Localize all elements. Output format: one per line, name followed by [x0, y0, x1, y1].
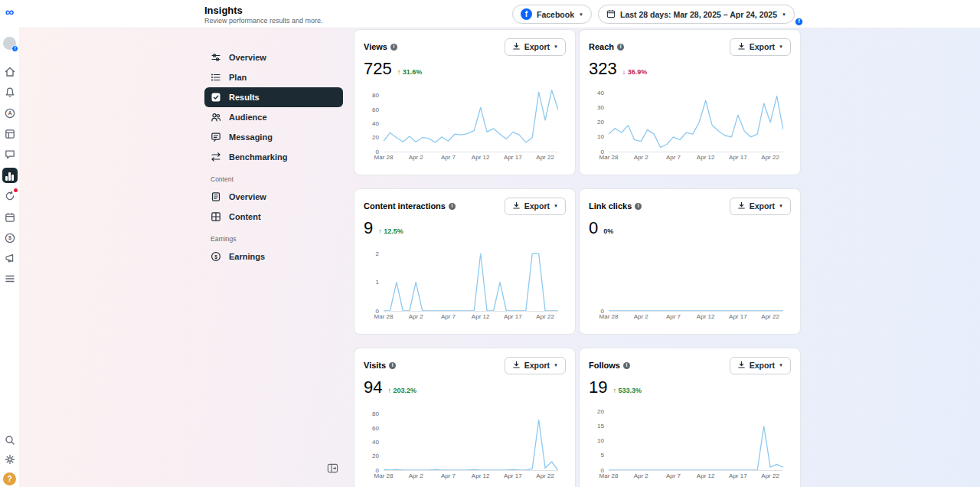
search-icon[interactable]	[4, 434, 16, 446]
content-loop-icon[interactable]	[4, 190, 16, 202]
info-icon[interactable]: i	[617, 44, 624, 51]
metric-card: Link clicks i Export ▼ 0 0% 0 Mar 28Apr …	[579, 188, 801, 335]
x-tick-label: Apr 17	[729, 154, 747, 161]
home-icon[interactable]	[4, 66, 16, 78]
metric-value: 725	[364, 59, 392, 79]
sidebar-item-label: Benchmarking	[229, 152, 287, 162]
facebook-selector-button[interactable]: f Facebook ▼	[512, 5, 592, 24]
x-tick-label: Apr 17	[504, 154, 522, 161]
metric-value: 9	[364, 218, 373, 238]
chart-plot	[384, 246, 558, 312]
export-button[interactable]: Export ▼	[505, 357, 566, 374]
export-label: Export	[524, 42, 550, 51]
y-tick-label: 15	[597, 423, 604, 430]
messaging-icon	[211, 132, 221, 142]
insights-page: { "topbar": { "title": "Insights", "subt…	[0, 0, 980, 487]
card-title-text: Link clicks	[589, 201, 632, 211]
metric-delta: ↑ 31.6%	[397, 68, 423, 76]
sidebar-item-content-overview[interactable]: Overview	[204, 187, 343, 207]
ads-manager-icon[interactable]: A	[4, 107, 16, 119]
page-title: Insights	[204, 5, 243, 16]
sidebar-item-audience[interactable]: Audience	[204, 107, 343, 127]
sidebar-item-label: Messaging	[229, 132, 273, 142]
info-icon[interactable]: i	[635, 203, 642, 210]
chart-plot	[384, 405, 558, 471]
promotions-megaphone-icon[interactable]	[4, 252, 16, 264]
catalog-grid-icon[interactable]	[4, 128, 16, 140]
card-title-text: Follows	[589, 361, 620, 370]
top-bar-controls: f Facebook ▼ Last 28 days: Mar 28, 2025 …	[536, 5, 801, 24]
metric-value: 0	[589, 218, 598, 238]
sidebar-item-results[interactable]: Results	[204, 87, 343, 107]
x-tick-label: Apr 17	[504, 313, 522, 320]
export-button[interactable]: Export ▼	[505, 198, 566, 215]
svg-text:$: $	[8, 235, 11, 241]
chevron-down-icon: ▼	[554, 363, 558, 368]
sidebar-item-content[interactable]: Content	[204, 207, 343, 227]
info-icon[interactable]: i	[390, 44, 397, 51]
y-axis-labels: 020406080	[364, 405, 384, 471]
download-icon	[512, 201, 521, 211]
metric-card: Visits i Export ▼ 94 ↑ 203.2% 020406080 …	[354, 348, 576, 487]
export-button[interactable]: Export ▼	[730, 357, 791, 374]
x-tick-label: Apr 2	[409, 472, 423, 479]
planner-icon[interactable]	[4, 211, 16, 224]
monetization-icon[interactable]: $	[4, 232, 16, 244]
x-tick-label: Apr 7	[666, 154, 681, 161]
download-icon	[512, 361, 521, 371]
sidebar-item-label: Results	[229, 93, 260, 102]
y-tick-label: 1	[376, 279, 379, 286]
sidebar-item-earnings[interactable]: $ Earnings	[204, 247, 343, 266]
date-range-button[interactable]: Last 28 days: Mar 28, 2025 – Apr 24, 202…	[598, 5, 795, 24]
sidebar-item-overview[interactable]: Overview	[204, 47, 343, 67]
metric-value: 323	[589, 59, 617, 79]
help-button[interactable]: ?	[3, 472, 16, 485]
y-tick-label: 10	[597, 133, 604, 140]
business-profile-avatar[interactable]: f	[3, 37, 16, 50]
metric-card: Views i Export ▼ 725 ↑ 31.6% 020406080 M…	[354, 29, 576, 175]
line-chart: 020406080 Mar 28Apr 2Apr 7Apr 12Apr 17Ap…	[364, 405, 566, 480]
info-icon[interactable]: i	[623, 362, 630, 369]
metric-card: Follows i Export ▼ 19 ↑ 533.3% 05101520 …	[579, 348, 801, 487]
x-tick-label: Mar 28	[599, 472, 619, 479]
inbox-chat-icon[interactable]	[4, 149, 16, 161]
y-axis-labels: 010203040	[589, 87, 609, 152]
x-tick-label: Apr 22	[761, 472, 779, 479]
notification-dot	[14, 188, 18, 192]
download-icon	[737, 361, 746, 371]
x-tick-label: Apr 7	[666, 472, 681, 479]
icon-rail: ∞ f A $ ?	[0, 0, 19, 487]
x-tick-label: Apr 12	[697, 154, 715, 161]
sidebar-item-messaging[interactable]: Messaging	[204, 127, 343, 147]
y-tick-label: 40	[372, 120, 379, 127]
info-icon[interactable]: i	[389, 362, 396, 369]
insights-icon-selected[interactable]	[2, 168, 18, 183]
line-chart: 020406080 Mar 28Apr 2Apr 7Apr 12Apr 17Ap…	[364, 87, 566, 162]
calendar-icon	[606, 9, 616, 20]
metric-value: 94	[364, 378, 382, 397]
plan-list-icon	[211, 72, 221, 83]
metric-card: Content interactions i Export ▼ 9 ↑ 12.5…	[354, 188, 576, 335]
info-icon[interactable]: i	[449, 203, 456, 210]
collapse-sidebar-button[interactable]	[327, 462, 338, 474]
notifications-bell-icon[interactable]	[4, 87, 16, 99]
export-button[interactable]: Export ▼	[730, 198, 791, 215]
export-button[interactable]: Export ▼	[505, 38, 566, 56]
facebook-selector-label: Facebook	[537, 10, 574, 19]
y-axis-labels: 012	[364, 246, 384, 312]
export-button[interactable]: Export ▼	[730, 38, 791, 56]
x-tick-label: Apr 22	[761, 313, 779, 320]
download-icon	[737, 201, 746, 211]
x-tick-label: Apr 2	[409, 313, 423, 320]
y-axis-labels: 0	[589, 246, 609, 312]
section-label-earnings: Earnings	[211, 235, 343, 243]
chevron-down-icon: ▼	[554, 44, 558, 49]
meta-logo-icon[interactable]: ∞	[2, 5, 18, 19]
settings-gear-icon[interactable]	[4, 453, 16, 466]
sidebar-item-benchmarking[interactable]: Benchmarking	[204, 147, 343, 167]
chevron-down-icon: ▼	[779, 44, 783, 49]
sidebar-item-label: Overview	[229, 192, 266, 201]
sidebar-item-plan[interactable]: Plan	[204, 67, 343, 87]
all-tools-menu-icon[interactable]	[4, 273, 16, 285]
x-tick-label: Apr 22	[536, 313, 554, 320]
